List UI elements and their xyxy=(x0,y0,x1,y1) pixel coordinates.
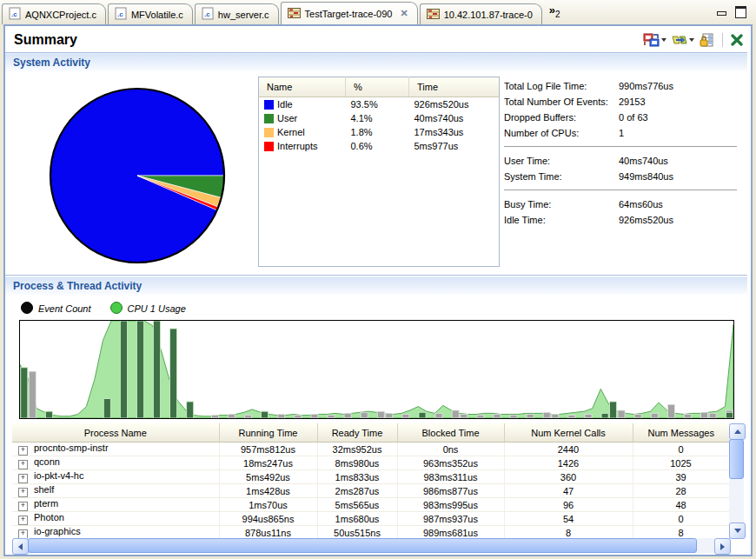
process-table: Process NameRunning TimeReady TimeBlocke… xyxy=(12,423,730,540)
summary-stats: Total Log File Time:990ms776usTotal Numb… xyxy=(504,78,739,228)
close-view-button[interactable] xyxy=(730,33,744,47)
cpu-usage-dot-icon xyxy=(110,302,123,314)
hscroll-thumb[interactable] xyxy=(28,538,697,553)
tab-label: 10.42.101.87-trace-0 xyxy=(444,10,533,20)
expand-icon[interactable]: + xyxy=(18,502,28,511)
legend-row-User[interactable]: User4.1%40ms740us xyxy=(259,111,500,125)
trace-icon xyxy=(288,7,301,21)
scroll-right-button[interactable] xyxy=(714,538,731,555)
color-swatch-icon xyxy=(264,142,274,151)
tab-close-icon[interactable]: ✕ xyxy=(400,8,408,19)
scroll-down-button[interactable] xyxy=(729,522,746,539)
expand-icon[interactable]: + xyxy=(18,460,28,469)
column-header-blocked-time[interactable]: Blocked Time xyxy=(397,423,504,443)
cpu-usage-pie-chart xyxy=(43,83,231,268)
c-file-icon: .c xyxy=(9,7,21,22)
svg-text:.c: .c xyxy=(204,10,210,18)
import-export-button[interactable] xyxy=(671,32,695,48)
stats-divider xyxy=(504,190,737,190)
chart-legend: Event Count CPU 1 Usage xyxy=(21,301,186,315)
maximize-button[interactable] xyxy=(734,5,747,16)
stat-row: Total Number Of Events:29153 xyxy=(504,94,739,110)
switch-pane-icon xyxy=(643,33,660,47)
stat-row: Busy Time:64ms60us xyxy=(504,196,739,212)
legend-item-cpu-usage: CPU 1 Usage xyxy=(110,302,186,314)
expand-icon[interactable]: + xyxy=(18,474,28,483)
process-table-hscrollbar[interactable] xyxy=(12,538,729,553)
scroll-left-button[interactable] xyxy=(12,538,29,555)
editor-tab-AQNXCProject.c[interactable]: .cAQNXCProject.c xyxy=(2,3,106,24)
switch-pane-button[interactable] xyxy=(642,32,667,48)
column-header-running-time[interactable]: Running Time xyxy=(219,423,317,443)
view-toolbar xyxy=(642,31,744,49)
svg-text:.c: .c xyxy=(11,10,17,18)
process-row-procnto-smp-instr[interactable]: +procnto-smp-instr957ms812us32ms952us0ns… xyxy=(12,443,729,456)
column-header-num-kernel-calls[interactable]: Num Kernel Calls xyxy=(504,423,633,443)
activity-timeline-chart[interactable] xyxy=(19,320,734,419)
editor-tab-10.42.101.87-trace-0[interactable]: 10.42.101.87-trace-0 xyxy=(420,3,542,24)
section-divider xyxy=(5,275,747,276)
editor-tab-TestTarget-trace-090[interactable]: TestTarget-trace-090✕ xyxy=(281,2,418,24)
tab-overflow-indicator[interactable]: »2 xyxy=(549,3,560,19)
system-activity-band: System Activity xyxy=(5,53,747,71)
editor-tab-bar: .cAQNXCProject.c.cMFVolatile.c.chw_serve… xyxy=(0,0,756,24)
legend-item-event-count: Event Count xyxy=(21,302,91,314)
lock-columns-icon xyxy=(700,33,714,47)
column-header-ready-time[interactable]: Ready Time xyxy=(317,423,397,443)
dropdown-caret-icon xyxy=(689,38,694,42)
c-file-icon: .c xyxy=(115,7,127,22)
summary-view: Summary xyxy=(3,24,753,556)
svg-text:.c: .c xyxy=(117,10,123,18)
process-row-pterm[interactable]: +pterm1ms70us5ms565us983ms995us9648 xyxy=(12,498,729,512)
column-header-process-name[interactable]: Process Name xyxy=(12,423,219,443)
stat-row: System Time:949ms840us xyxy=(504,169,739,184)
process-row-io-pkt-v4-hc[interactable]: +io-pkt-v4-hc5ms492us1ms833us983ms311us3… xyxy=(12,470,729,484)
system-activity-table: Name % Time Idle93.5%926ms520usUser4.1%4… xyxy=(258,77,500,267)
expand-icon[interactable]: + xyxy=(18,516,28,525)
color-swatch-icon xyxy=(264,128,274,137)
editor-tab-MFVolatile.c[interactable]: .cMFVolatile.c xyxy=(108,3,193,24)
tab-label: hw_server.c xyxy=(218,10,269,20)
section-heading: Process & Thread Activity xyxy=(13,280,142,292)
tab-label: MFVolatile.c xyxy=(131,10,183,20)
tab-label: AQNXCProject.c xyxy=(25,10,96,20)
stats-divider xyxy=(504,146,737,147)
legend-row-Idle[interactable]: Idle93.5%926ms520us xyxy=(259,97,500,112)
expand-icon[interactable]: + xyxy=(18,488,28,497)
lock-columns-button[interactable] xyxy=(699,32,715,48)
column-header-name[interactable]: Name xyxy=(259,77,346,97)
legend-row-Interrupts[interactable]: Interrupts0.6%5ms977us xyxy=(259,139,500,153)
scroll-up-button[interactable] xyxy=(729,423,746,440)
process-activity-band: Process & Thread Activity xyxy=(5,276,747,295)
stat-row: User Time:40ms740us xyxy=(504,153,739,169)
column-header-time[interactable]: Time xyxy=(409,77,500,97)
editor-tab-hw_server.c[interactable]: .chw_server.c xyxy=(195,3,279,24)
c-file-icon: .c xyxy=(202,7,214,22)
tab-label: TestTarget-trace-090 xyxy=(305,9,393,19)
process-row-qconn[interactable]: +qconn18ms247us8ms980us963ms352us1426102… xyxy=(12,456,729,470)
stat-row: Total Log File Time:990ms776us xyxy=(504,78,739,94)
column-header-pct[interactable]: % xyxy=(346,77,409,97)
vscroll-thumb[interactable] xyxy=(729,439,744,479)
stat-row: Idle Time:926ms520us xyxy=(504,212,739,228)
import-export-icon xyxy=(672,33,687,47)
section-heading: System Activity xyxy=(13,57,90,69)
event-count-dot-icon xyxy=(21,302,33,314)
expand-icon[interactable]: + xyxy=(18,446,28,456)
stat-row: Number of CPUs:1 xyxy=(504,125,739,141)
minimize-button[interactable] xyxy=(715,5,728,16)
trace-icon xyxy=(427,8,440,22)
page-title: Summary xyxy=(14,32,77,48)
color-swatch-icon xyxy=(264,100,274,110)
close-view-icon xyxy=(731,34,743,46)
process-row-Photon[interactable]: +Photon994us865ns1ms680us987ms937us540 xyxy=(12,512,729,526)
process-table-vscrollbar[interactable] xyxy=(729,423,744,537)
process-row-shelf[interactable]: +shelf1ms428us2ms287us986ms877us4728 xyxy=(12,484,729,498)
stat-row: Dropped Buffers:0 of 63 xyxy=(504,110,739,125)
dropdown-caret-icon xyxy=(661,38,666,42)
toolbar-separator xyxy=(722,33,723,47)
column-header-num-messages[interactable]: Num Messages xyxy=(633,423,729,443)
legend-row-Kernel[interactable]: Kernel1.8%17ms343us xyxy=(259,125,500,139)
color-swatch-icon xyxy=(264,114,274,123)
